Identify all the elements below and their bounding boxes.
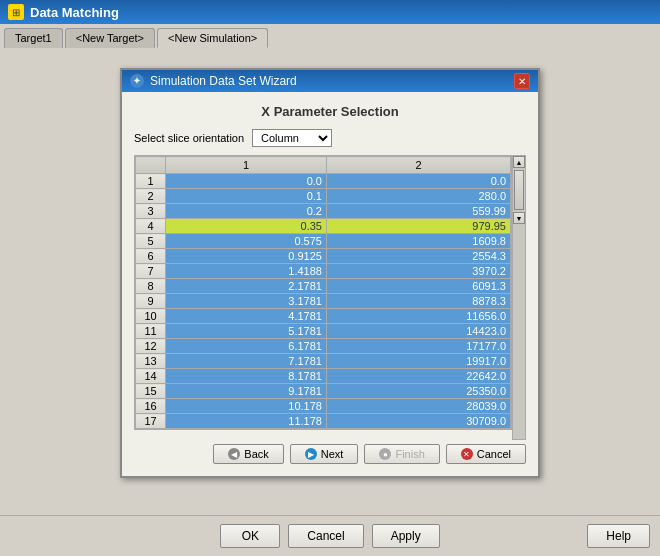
row-col2: 8878.3: [326, 294, 510, 309]
row-index: 12: [136, 339, 166, 354]
dialog-nav: ◀ Back ▶ Next ● Finish ✕ Cancel: [134, 444, 526, 464]
row-index: 11: [136, 324, 166, 339]
row-index: 1: [136, 174, 166, 189]
row-col2: 17177.0: [326, 339, 510, 354]
row-col2: 30709.0: [326, 414, 510, 429]
row-col2: 3970.2: [326, 264, 510, 279]
cancel-button[interactable]: Cancel: [288, 524, 363, 548]
row-index: 17: [136, 414, 166, 429]
row-col2: 11656.0: [326, 309, 510, 324]
row-col1: 3.1781: [166, 294, 327, 309]
table-row[interactable]: 1610.17828039.0: [136, 399, 511, 414]
table-row[interactable]: 50.5751609.8: [136, 234, 511, 249]
title-bar: ⊞ Data Matching: [0, 0, 660, 24]
back-button[interactable]: ◀ Back: [213, 444, 283, 464]
slice-orientation-select[interactable]: Column Row: [252, 129, 332, 147]
tab-bar: Target1 <New Target> <New Simulation>: [0, 24, 660, 48]
row-col2: 22642.0: [326, 369, 510, 384]
tab-target1[interactable]: Target1: [4, 28, 63, 48]
back-icon: ◀: [228, 448, 240, 460]
dialog-heading: X Parameter Selection: [134, 104, 526, 119]
tab-new-target[interactable]: <New Target>: [65, 28, 155, 48]
table-row[interactable]: 137.178119917.0: [136, 354, 511, 369]
col-header-row-num: [136, 157, 166, 174]
ok-button[interactable]: OK: [220, 524, 280, 548]
table-row[interactable]: 71.41883970.2: [136, 264, 511, 279]
scrollbar[interactable]: ▲ ▼: [512, 155, 526, 440]
row-index: 6: [136, 249, 166, 264]
dialog-title: Simulation Data Set Wizard: [150, 74, 297, 88]
row-col2: 1609.8: [326, 234, 510, 249]
tab-new-simulation[interactable]: <New Simulation>: [157, 28, 268, 48]
table-row[interactable]: 30.2559.99: [136, 204, 511, 219]
row-col1: 7.1781: [166, 354, 327, 369]
row-index: 8: [136, 279, 166, 294]
row-col2: 2554.3: [326, 249, 510, 264]
table-row[interactable]: 10.00.0: [136, 174, 511, 189]
row-col2: 6091.3: [326, 279, 510, 294]
row-index: 15: [136, 384, 166, 399]
scroll-down-arrow[interactable]: ▼: [513, 212, 525, 224]
row-col1: 1.4188: [166, 264, 327, 279]
row-col1: 8.1781: [166, 369, 327, 384]
next-button[interactable]: ▶ Next: [290, 444, 359, 464]
cancel-icon: ✕: [461, 448, 473, 460]
slice-orientation-label: Select slice orientation: [134, 132, 244, 144]
main-area: ✦ Simulation Data Set Wizard ✕ X Paramet…: [0, 48, 660, 498]
finish-icon: ●: [379, 448, 391, 460]
help-button[interactable]: Help: [587, 524, 650, 548]
table-row[interactable]: 159.178125350.0: [136, 384, 511, 399]
app-title: Data Matching: [30, 5, 119, 20]
dialog-body: X Parameter Selection Select slice orien…: [122, 92, 538, 476]
row-col2: 14423.0: [326, 324, 510, 339]
table-row[interactable]: 93.17818878.3: [136, 294, 511, 309]
data-table-wrapper: 1 2 10.00.020.1280.030.2559.9940.35979.9…: [134, 155, 512, 430]
dialog-close-button[interactable]: ✕: [514, 73, 530, 89]
bottom-bar: OK Cancel Apply Help: [0, 515, 660, 556]
row-index: 3: [136, 204, 166, 219]
row-index: 10: [136, 309, 166, 324]
row-col2: 559.99: [326, 204, 510, 219]
table-scrollbar-area: 1 2 10.00.020.1280.030.2559.9940.35979.9…: [134, 155, 526, 440]
table-row[interactable]: 1711.17830709.0: [136, 414, 511, 429]
row-col2: 280.0: [326, 189, 510, 204]
apply-button[interactable]: Apply: [372, 524, 440, 548]
row-col1: 4.1781: [166, 309, 327, 324]
dialog-title-bar: ✦ Simulation Data Set Wizard ✕: [122, 70, 538, 92]
table-row[interactable]: 60.91252554.3: [136, 249, 511, 264]
dialog-title-content: ✦ Simulation Data Set Wizard: [130, 74, 297, 88]
scroll-up-arrow[interactable]: ▲: [513, 156, 525, 168]
next-label: Next: [321, 448, 344, 460]
row-index: 5: [136, 234, 166, 249]
row-index: 4: [136, 219, 166, 234]
row-col1: 0.35: [166, 219, 327, 234]
table-row[interactable]: 148.178122642.0: [136, 369, 511, 384]
table-row[interactable]: 40.35979.95: [136, 219, 511, 234]
table-row[interactable]: 126.178117177.0: [136, 339, 511, 354]
row-col2: 979.95: [326, 219, 510, 234]
back-label: Back: [244, 448, 268, 460]
table-row[interactable]: 115.178114423.0: [136, 324, 511, 339]
row-index: 13: [136, 354, 166, 369]
row-col1: 11.178: [166, 414, 327, 429]
row-col2: 19917.0: [326, 354, 510, 369]
next-icon: ▶: [305, 448, 317, 460]
dialog: ✦ Simulation Data Set Wizard ✕ X Paramet…: [120, 68, 540, 478]
scroll-thumb[interactable]: [514, 170, 524, 210]
row-index: 2: [136, 189, 166, 204]
row-col1: 0.9125: [166, 249, 327, 264]
col-header-2: 2: [326, 157, 510, 174]
table-row[interactable]: 82.17816091.3: [136, 279, 511, 294]
row-col2: 0.0: [326, 174, 510, 189]
row-col1: 0.2: [166, 204, 327, 219]
slice-orientation-row: Select slice orientation Column Row: [134, 129, 526, 147]
table-row[interactable]: 104.178111656.0: [136, 309, 511, 324]
row-col1: 0.575: [166, 234, 327, 249]
finish-button[interactable]: ● Finish: [364, 444, 439, 464]
dialog-icon: ✦: [130, 74, 144, 88]
row-col1: 6.1781: [166, 339, 327, 354]
row-index: 14: [136, 369, 166, 384]
table-row[interactable]: 20.1280.0: [136, 189, 511, 204]
cancel-dialog-button[interactable]: ✕ Cancel: [446, 444, 526, 464]
table-header-row: 1 2: [136, 157, 511, 174]
